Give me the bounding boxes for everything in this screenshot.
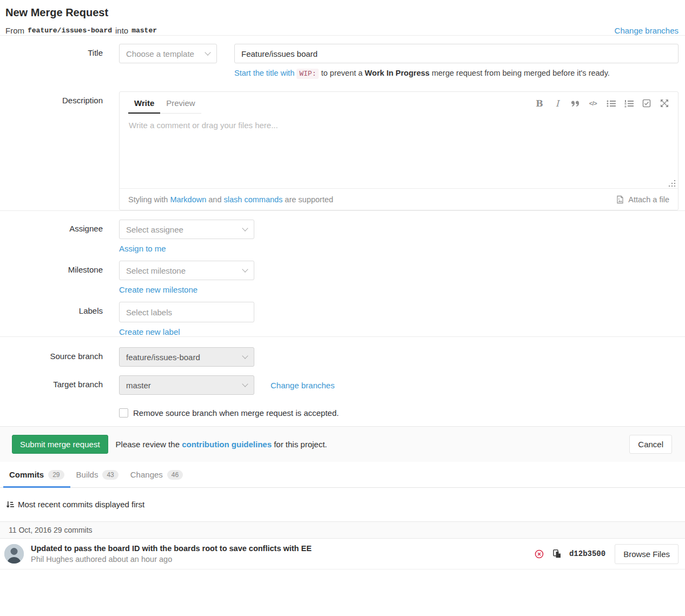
template-dropdown-value: Choose a template <box>126 49 194 58</box>
remove-source-branch-label[interactable]: Remove source branch when merge request … <box>133 408 339 418</box>
attach-file-button[interactable]: Attach a file <box>616 195 669 204</box>
title-input[interactable] <box>234 44 679 63</box>
attach-image-icon <box>616 195 624 204</box>
assign-to-me-link[interactable]: Assign to me <box>119 244 166 253</box>
change-branches-link-top[interactable]: Change branches <box>615 26 679 35</box>
avatar[interactable] <box>4 544 24 564</box>
source-branch-name: feature/issues-board <box>28 27 112 35</box>
markdown-toolbar: B I </> <box>535 98 669 114</box>
source-branch-dropdown[interactable]: feature/issues-board <box>119 347 254 367</box>
target-branch-dropdown-value: master <box>126 381 151 390</box>
commit-sha[interactable]: d12b3500 <box>569 549 605 558</box>
remove-source-branch-checkbox[interactable] <box>119 408 128 418</box>
assignee-row: Assignee Select assignee Assign to me <box>0 220 685 253</box>
chevron-down-icon <box>242 266 248 272</box>
tab-commits[interactable]: Commits 29 <box>3 462 70 487</box>
labels-input-placeholder: Select labels <box>126 308 172 317</box>
editor-tabs: Write Preview <box>128 92 201 114</box>
create-new-label-link[interactable]: Create new label <box>119 327 180 336</box>
template-dropdown[interactable]: Choose a template <box>119 44 217 63</box>
change-branches-link-form[interactable]: Change branches <box>271 381 334 390</box>
description-placeholder: Write a comment or drag your files here.… <box>129 121 669 130</box>
italic-icon[interactable]: I <box>552 98 562 108</box>
contribution-guidelines-link[interactable]: contribution guidelines <box>182 440 272 449</box>
description-editor: Write Preview B I </> <box>119 91 679 210</box>
wip-code-chip: WIP: <box>297 69 319 79</box>
labels-row: Labels Select labels Create new label <box>0 302 685 336</box>
resize-grip[interactable] <box>669 180 675 187</box>
commit-row: Updated to pass the board ID with the bo… <box>0 539 685 569</box>
target-branch-label: Target branch <box>0 375 103 389</box>
form-actions-bar: Submit merge request Please review the c… <box>0 426 685 462</box>
changes-count-badge: 46 <box>167 470 183 480</box>
description-textarea[interactable]: Write a comment or drag your files here.… <box>120 114 678 188</box>
tab-builds[interactable]: Builds 43 <box>70 462 124 487</box>
create-new-milestone-link[interactable]: Create new milestone <box>119 285 197 294</box>
markdown-footer: Styling with Markdown and slash commands… <box>120 188 678 210</box>
task-list-icon[interactable] <box>642 98 651 108</box>
markdown-header: Write Preview B I </> <box>120 92 678 114</box>
bullet-list-icon[interactable] <box>606 98 616 108</box>
milestone-dropdown[interactable]: Select milestone <box>119 261 254 280</box>
milestone-row: Milestone Select milestone Create new mi… <box>0 261 685 294</box>
browse-files-button[interactable]: Browse Files <box>615 544 679 564</box>
title-row: Title Choose a template <box>0 44 685 63</box>
branch-summary: From feature/issues-board into master Ch… <box>5 26 679 35</box>
page-header: New Merge Request From feature/issues-bo… <box>0 6 685 35</box>
assignee-dropdown[interactable]: Select assignee <box>119 220 254 239</box>
fullscreen-icon[interactable] <box>660 98 669 108</box>
labels-input[interactable]: Select labels <box>119 302 254 322</box>
source-branch-label: Source branch <box>0 347 103 361</box>
build-failed-icon[interactable] <box>535 549 544 559</box>
commit-title[interactable]: Updated to pass the board ID with the bo… <box>31 543 312 554</box>
commit-text: Updated to pass the board ID with the bo… <box>31 543 312 565</box>
assignee-dropdown-value: Select assignee <box>126 225 183 234</box>
sort-note: Most recent commits displayed first <box>5 500 685 509</box>
quote-icon[interactable] <box>570 98 580 108</box>
wip-hint: Start the title with WIP: to prevent a W… <box>234 69 679 78</box>
labels-label: Labels <box>0 302 103 315</box>
section-divider-1 <box>0 210 685 211</box>
chevron-down-icon <box>242 225 248 231</box>
section-divider-2 <box>0 336 685 337</box>
tab-preview[interactable]: Preview <box>160 92 201 113</box>
chevron-down-icon <box>205 49 210 55</box>
source-branch-dropdown-value: feature/issues-board <box>126 353 200 362</box>
sort-order-icon <box>5 500 14 509</box>
builds-count-badge: 43 <box>102 470 118 480</box>
commits-date-header: 11 Oct, 2016 29 commits <box>0 521 685 539</box>
milestone-dropdown-value: Select milestone <box>126 266 186 275</box>
assignee-label: Assignee <box>0 220 103 233</box>
commit-meta: Phil Hughes authored about an hour ago <box>31 554 312 565</box>
description-label: Description <box>0 91 103 105</box>
cancel-button[interactable]: Cancel <box>629 435 672 454</box>
new-merge-request-page: New Merge Request From feature/issues-bo… <box>0 6 685 569</box>
source-branch-row: Source branch feature/issues-board <box>0 347 685 367</box>
title-label: Title <box>0 44 103 57</box>
page-title: New Merge Request <box>5 6 679 19</box>
wip-hint-link[interactable]: Start the title with <box>234 69 294 77</box>
target-branch-name: master <box>131 27 157 35</box>
slash-commands-link[interactable]: slash commands <box>224 195 283 204</box>
remove-source-branch-row: Remove source branch when merge request … <box>119 408 685 418</box>
milestone-label: Milestone <box>0 261 103 274</box>
tab-write[interactable]: Write <box>128 92 160 113</box>
commits-count-badge: 29 <box>48 470 64 480</box>
chevron-down-icon <box>242 353 248 359</box>
submit-merge-request-button[interactable]: Submit merge request <box>12 435 108 454</box>
numbered-list-icon[interactable] <box>624 98 634 108</box>
bold-icon[interactable]: B <box>535 98 544 108</box>
from-label: From <box>5 26 24 35</box>
target-branch-dropdown[interactable]: master <box>119 375 254 395</box>
mr-tabs: Commits 29 Builds 43 Changes 46 <box>0 462 685 488</box>
code-icon[interactable]: </> <box>588 98 598 108</box>
copy-sha-icon[interactable] <box>553 549 561 558</box>
tab-changes[interactable]: Changes 46 <box>124 462 189 487</box>
markdown-link[interactable]: Markdown <box>170 195 206 204</box>
review-note: Please review the contribution guideline… <box>116 440 327 449</box>
target-branch-row: Target branch master Change branches <box>0 375 685 395</box>
description-row: Description Write Preview B I </> <box>0 91 685 210</box>
header-divider <box>0 35 685 36</box>
into-label: into <box>115 26 128 35</box>
commit-actions: d12b3500 Browse Files <box>535 544 679 564</box>
